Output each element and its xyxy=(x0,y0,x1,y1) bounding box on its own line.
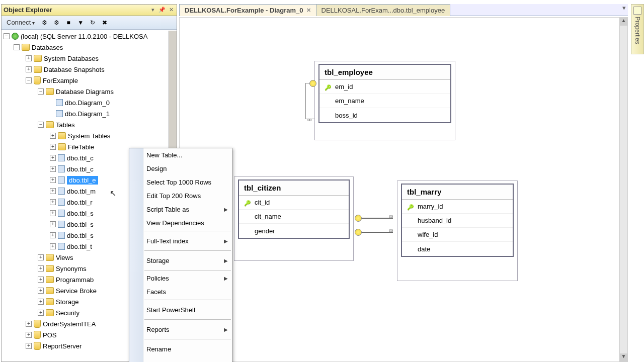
database-icon xyxy=(34,331,41,339)
tbl-s1-label: dbo.tbl_s xyxy=(67,210,94,217)
ctx-fulltext[interactable]: Full-Text index▶ xyxy=(129,232,232,249)
column-cit-name[interactable]: cit_name xyxy=(239,210,349,224)
column-label: cit_name xyxy=(255,213,281,220)
ctx-label: Design xyxy=(146,165,167,172)
tab-diagram0[interactable]: DELLKOSAL.ForExample - Diagram_0✕ xyxy=(179,4,316,16)
diagram1-node[interactable]: dbo.Diagram_1 xyxy=(2,108,177,119)
db-diagrams-node[interactable]: −Database Diagrams xyxy=(2,86,177,97)
entity-citizen[interactable]: tbl_citizen cit_id cit_name gender xyxy=(238,179,350,239)
canvas-scrollbar-v[interactable]: ▲▼ xyxy=(619,18,627,361)
pin-icon[interactable]: 📌 xyxy=(158,7,166,14)
system-db-label: System Databases xyxy=(44,55,99,62)
close-icon[interactable]: ✕ xyxy=(168,7,175,14)
tbl-e-label: dbo.tbl_e xyxy=(67,176,98,185)
connect-button[interactable]: Connect xyxy=(5,18,37,27)
column-gender[interactable]: gender xyxy=(239,224,349,238)
toolbar-refresh-icon[interactable]: ↻ xyxy=(88,18,97,27)
tab-employee-label: DELLKOSAL.ForExam...dbo.tbl_employee xyxy=(321,7,445,14)
folder-icon xyxy=(58,143,66,150)
scroll-down-icon[interactable]: ▼ xyxy=(620,353,627,361)
column-husband-id[interactable]: husband_id xyxy=(402,214,513,228)
ctx-rename[interactable]: Rename xyxy=(129,340,232,357)
pos-label: POS xyxy=(43,331,56,339)
ctx-select-top[interactable]: Select Top 1000 Rows xyxy=(129,175,232,189)
entity-citizen-title: tbl_citizen xyxy=(239,180,349,196)
properties-panel-collapsed[interactable]: Properties xyxy=(631,4,644,54)
system-tables-label: System Tables xyxy=(68,132,110,140)
ctx-new-table[interactable]: New Table... xyxy=(129,148,232,162)
database-icon xyxy=(34,76,41,84)
diagram0-label: dbo.Diagram_0 xyxy=(65,99,110,107)
column-label: husband_id xyxy=(418,217,451,224)
ctx-policies[interactable]: Policies▶ xyxy=(129,272,232,285)
column-em-id[interactable]: em_id xyxy=(319,80,450,94)
column-boss-id[interactable]: boss_id xyxy=(319,108,450,122)
folder-icon xyxy=(34,55,42,62)
db-diagrams-label: Database Diagrams xyxy=(56,88,114,96)
ctx-script-as[interactable]: Script Table as▶ xyxy=(129,203,232,216)
relationship-infinity-icon: ∞ xyxy=(389,227,393,234)
table-icon xyxy=(58,199,65,206)
tabs-dropdown-icon[interactable]: ▾ xyxy=(620,4,628,16)
db-snapshots-label: Database Snapshots xyxy=(44,66,105,73)
system-tables-node[interactable]: +System Tables xyxy=(2,130,177,141)
toolbar-icon-2[interactable]: ⚙ xyxy=(52,18,61,27)
toolbar-stop-icon[interactable]: ■ xyxy=(64,18,73,27)
ctx-storage[interactable]: Storage▶ xyxy=(129,252,232,269)
tab-tbl-employee[interactable]: DELLKOSAL.ForExam...dbo.tbl_employee xyxy=(316,4,451,16)
server-label: (local) (SQL Server 11.0.2100 - DELLKOSA xyxy=(21,33,147,40)
folder-icon xyxy=(46,254,54,261)
ctx-label: New Table... xyxy=(146,151,182,159)
relationship-line-1 xyxy=(358,218,393,219)
folder-icon xyxy=(46,287,54,294)
key-spacer xyxy=(244,213,251,220)
column-em-name[interactable]: em_name xyxy=(319,94,450,108)
scroll-up-icon[interactable]: ▲ xyxy=(620,18,627,26)
ctx-reports[interactable]: Reports▶ xyxy=(129,321,232,338)
close-icon[interactable]: ✕ xyxy=(306,7,311,14)
entity-employee[interactable]: tbl_employee em_id em_name boss_id xyxy=(318,64,451,123)
forexample-node[interactable]: −ForExample xyxy=(2,75,177,86)
ctx-delete[interactable]: Delete xyxy=(129,357,232,362)
diagram0-node[interactable]: dbo.Diagram_0 xyxy=(2,97,177,108)
diagram-canvas[interactable]: ▲▼ tbl_employee em_id em_name boss_id ∞ … xyxy=(179,17,628,362)
toolbar-filter-icon[interactable]: ▼ xyxy=(76,18,85,27)
ctx-facets[interactable]: Facets xyxy=(129,285,232,299)
submenu-arrow-icon: ▶ xyxy=(224,327,228,332)
entity-marry[interactable]: tbl_marry marry_id husband_id wife_id da… xyxy=(401,184,514,257)
forexample-label: ForExample xyxy=(43,77,78,84)
ctx-edit-top[interactable]: Edit Top 200 Rows xyxy=(129,189,232,203)
primary-key-icon xyxy=(407,203,414,210)
column-label: em_name xyxy=(335,97,364,105)
db-snapshots-node[interactable]: +Database Snapshots xyxy=(2,64,177,75)
table-icon xyxy=(58,232,65,239)
tree-scrollbar[interactable] xyxy=(169,31,177,151)
ctx-label: Reports xyxy=(146,326,170,333)
table-icon xyxy=(58,188,65,195)
tbl-m-label: dbo.tbl_m xyxy=(67,188,96,195)
toolbar-icon-1[interactable]: ⚙ xyxy=(40,18,49,27)
ctx-separator xyxy=(144,319,231,320)
server-node[interactable]: −(local) (SQL Server 11.0.2100 - DELLKOS… xyxy=(2,31,177,42)
databases-node[interactable]: −Databases xyxy=(2,42,177,53)
ctx-label: Start PowerShell xyxy=(146,306,195,314)
ctx-start-ps[interactable]: Start PowerShell xyxy=(129,301,232,318)
entity-employee-title: tbl_employee xyxy=(319,65,450,80)
database-icon xyxy=(34,320,41,328)
synonyms-label: Synonyms xyxy=(56,265,87,273)
dropdown-icon[interactable]: ▾ xyxy=(149,7,156,14)
column-date[interactable]: date xyxy=(402,242,513,256)
toolbar-icon-6[interactable]: ✖ xyxy=(100,18,109,27)
folder-icon xyxy=(46,121,54,128)
column-wife-id[interactable]: wife_id xyxy=(402,228,513,242)
ctx-design[interactable]: Design xyxy=(129,162,232,175)
system-db-node[interactable]: +System Databases xyxy=(2,53,177,64)
mouse-cursor-icon: ↖ xyxy=(110,189,116,198)
column-marry-id[interactable]: marry_id xyxy=(402,200,513,214)
column-cit-id[interactable]: cit_id xyxy=(239,196,349,210)
tbl-c2-label: dbo.tbl_c xyxy=(67,165,94,173)
tables-node[interactable]: −Tables xyxy=(2,119,177,130)
databases-label: Databases xyxy=(32,44,63,51)
properties-label: Properties xyxy=(634,17,641,44)
ctx-view-dep[interactable]: View Dependencies xyxy=(129,216,232,230)
